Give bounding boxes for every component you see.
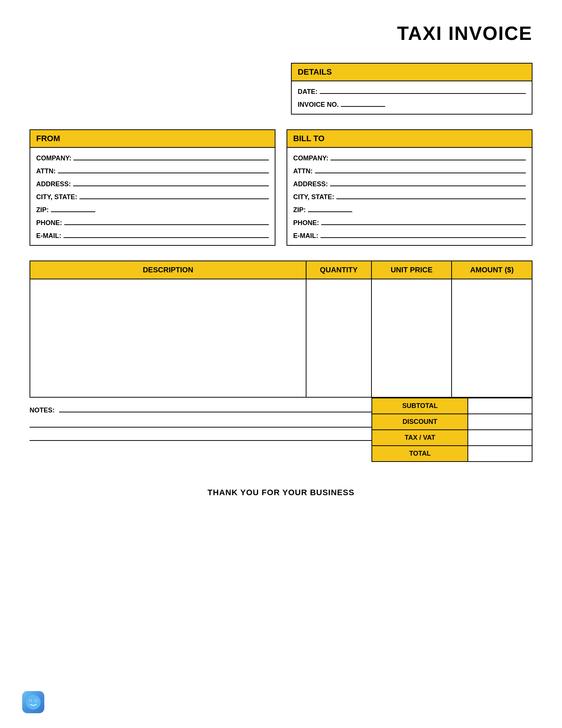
top-section: DETAILS DATE: INVOICE NO. [30,63,532,115]
from-phone-line [64,218,269,225]
from-phone-label: PHONE: [36,219,62,227]
billto-phone-row: PHONE: [293,218,526,227]
col-unit-price: UNIT PRICE [371,261,452,279]
thank-you-text: THANK YOU FOR YOUR BUSINESS [30,488,532,497]
total-value [468,446,532,462]
from-attn-line [58,166,269,173]
svg-point-4 [35,700,37,701]
from-zip-label: ZIP: [36,206,49,214]
billto-header: BILL TO [287,129,532,148]
col-quantity: QUANTITY [306,261,371,279]
table-main-row [30,279,532,397]
from-email-line [64,231,269,238]
billto-attn-row: ATTN: [293,166,526,175]
billto-zip-row: ZIP: [293,205,526,214]
from-email-label: E-MAIL: [36,232,61,240]
finder-icon [22,691,44,713]
billto-address-row: ADDRESS: [293,179,526,188]
svg-point-3 [30,700,31,701]
description-cell [30,279,306,397]
billto-attn-label: ATTN: [293,167,313,175]
subtotal-value [468,398,532,414]
from-address-label: ADDRESS: [36,180,71,188]
summary-table: SUBTOTAL DISCOUNT TAX / VAT TOTAL [371,398,532,462]
discount-value [468,414,532,430]
invoice-table: DESCRIPTION QUANTITY UNIT PRICE AMOUNT (… [30,261,532,398]
svg-point-0 [26,695,41,710]
table-header-row: DESCRIPTION QUANTITY UNIT PRICE AMOUNT (… [30,261,532,279]
billto-email-row: E-MAIL: [293,231,526,240]
notes-line-3 [30,433,371,441]
billto-phone-line [321,218,526,225]
from-citystate-label: CITY, STATE: [36,193,77,201]
summary-inner-table: SUBTOTAL DISCOUNT TAX / VAT TOTAL [371,398,532,462]
billto-address-label: ADDRESS: [293,180,328,188]
discount-row: DISCOUNT [372,414,532,430]
from-company-line [73,153,269,160]
billto-company-line [330,153,526,160]
invoice-no-label: INVOICE NO. [298,101,339,109]
notes-label-row: NOTES: [30,405,371,414]
date-line [320,86,526,94]
notes-summary-section: NOTES: SUBTOTAL DISCOUNT [30,398,532,462]
from-email-row: E-MAIL: [36,231,269,240]
billto-phone-label: PHONE: [293,219,319,227]
from-billto-section: FROM COMPANY: ATTN: ADDRESS: CITY, STATE… [30,129,532,246]
from-phone-row: PHONE: [36,218,269,227]
billto-content: COMPANY: ATTN: ADDRESS: CITY, STATE: ZIP… [287,148,532,246]
col-description: DESCRIPTION [30,261,306,279]
from-zip-row: ZIP: [36,205,269,214]
from-address-row: ADDRESS: [36,179,269,188]
invoice-page: TAXI INVOICE DETAILS DATE: INVOICE NO. F… [0,0,562,728]
tax-vat-label: TAX / VAT [372,430,468,446]
top-left-empty [30,63,291,115]
billto-email-line [321,231,526,238]
tax-vat-row: TAX / VAT [372,430,532,446]
from-content: COMPANY: ATTN: ADDRESS: CITY, STATE: ZIP… [30,148,275,246]
notes-label: NOTES: [30,406,55,414]
finder-face-svg [25,694,41,710]
notes-line-1 [59,405,371,412]
from-company-row: COMPANY: [36,153,269,162]
invoice-no-field-row: INVOICE NO. [298,99,526,109]
billto-company-row: COMPANY: [293,153,526,162]
subtotal-row: SUBTOTAL [372,398,532,414]
discount-label: DISCOUNT [372,414,468,430]
from-zip-line [51,205,95,212]
amount-cell [452,279,532,397]
tax-vat-value [468,430,532,446]
details-section: DETAILS DATE: INVOICE NO. [291,63,532,115]
from-header: FROM [30,129,275,148]
billto-citystate-row: CITY, STATE: [293,192,526,201]
details-header: DETAILS [291,63,532,81]
billto-email-label: E-MAIL: [293,232,318,240]
date-field-row: DATE: [298,86,526,96]
invoice-no-line [341,99,385,107]
billto-zip-line [308,205,352,212]
total-label: TOTAL [372,446,468,462]
from-citystate-line [79,192,269,199]
notes-extra-lines [30,420,371,441]
billto-citystate-line [336,192,526,199]
billto-block: BILL TO COMPANY: ATTN: ADDRESS: CITY, ST… [287,129,532,246]
details-content: DATE: INVOICE NO. [291,81,532,115]
billto-citystate-label: CITY, STATE: [293,193,334,201]
subtotal-label: SUBTOTAL [372,398,468,414]
invoice-title: TAXI INVOICE [30,22,532,44]
col-amount: AMOUNT ($) [452,261,532,279]
from-address-line [73,179,269,186]
from-attn-label: ATTN: [36,167,56,175]
billto-company-label: COMPANY: [293,154,328,162]
billto-attn-line [315,166,526,173]
from-block: FROM COMPANY: ATTN: ADDRESS: CITY, STATE… [30,129,275,246]
notes-line-2 [30,420,371,428]
billto-zip-label: ZIP: [293,206,306,214]
from-company-label: COMPANY: [36,154,71,162]
quantity-cell [306,279,371,397]
total-row: TOTAL [372,446,532,462]
date-label: DATE: [298,88,318,96]
notes-section: NOTES: [30,398,371,462]
unit-price-cell [371,279,452,397]
from-attn-row: ATTN: [36,166,269,175]
from-citystate-row: CITY, STATE: [36,192,269,201]
